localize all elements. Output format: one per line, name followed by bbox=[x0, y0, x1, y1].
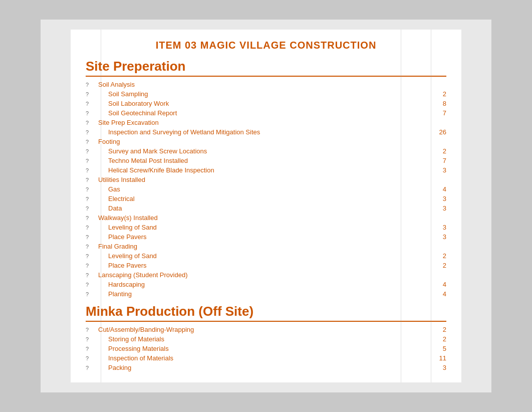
qmark: ? bbox=[86, 263, 98, 269]
qmark: ? bbox=[86, 291, 98, 297]
qmark: ? bbox=[86, 91, 98, 97]
inspection-materials-label: Inspection of Materials bbox=[98, 354, 426, 362]
utilities-row: ? Utilities Installed bbox=[86, 175, 446, 184]
qmark: ? bbox=[86, 148, 98, 154]
cut-assembly-value: 2 bbox=[426, 326, 446, 333]
qmark: ? bbox=[86, 129, 98, 135]
place-pavers-1-label: Place Pavers bbox=[98, 233, 426, 241]
lanscaping-label: Lanscaping (Student Provided) bbox=[98, 271, 426, 279]
processing-materials-label: Processing Materials bbox=[98, 345, 426, 352]
lanscaping-row: ? Lanscaping (Student Provided) bbox=[86, 270, 446, 280]
qmark: ? bbox=[86, 158, 98, 164]
qmark: ? bbox=[86, 327, 98, 333]
content-area: ITEM 03 MAGIC VILLAGE CONSTRUCTION Site … bbox=[71, 30, 461, 382]
final-grading-row: ? Final Grading bbox=[86, 242, 446, 251]
gas-row: ? Gas 4 bbox=[86, 184, 446, 194]
qmark: ? bbox=[86, 234, 98, 240]
data-value: 3 bbox=[426, 204, 446, 212]
section-minka-production: Minka Production (Off Site) ? Cut/Assemb… bbox=[86, 304, 446, 372]
planting-label: Planting bbox=[98, 290, 426, 298]
qmark: ? bbox=[86, 186, 98, 192]
packing-label: Packing bbox=[98, 364, 426, 371]
footing-row: ? Footing bbox=[86, 137, 446, 146]
qmark: ? bbox=[86, 82, 98, 88]
minka-production-header: Minka Production (Off Site) bbox=[86, 304, 446, 322]
inspection-materials-value: 11 bbox=[426, 354, 446, 362]
qmark: ? bbox=[86, 253, 98, 259]
storing-materials-row: ? Storing of Materials 2 bbox=[86, 334, 446, 344]
leveling-sand-1-label: Leveling of Sand bbox=[98, 224, 426, 231]
hardscaping-value: 4 bbox=[426, 281, 446, 288]
inspection-materials-row: ? Inspection of Materials 11 bbox=[86, 353, 446, 363]
processing-materials-row: ? Processing Materials 5 bbox=[86, 344, 446, 353]
planting-row: ? Planting 4 bbox=[86, 289, 446, 299]
hardscaping-row: ? Hardscaping 4 bbox=[86, 280, 446, 289]
soil-lab-row: ? Soil Laboratory Work 8 bbox=[86, 99, 446, 108]
techno-metal-value: 7 bbox=[426, 157, 446, 164]
data-row: ? Data 3 bbox=[86, 203, 446, 213]
soil-sampling-value: 2 bbox=[426, 90, 446, 98]
electrical-row: ? Electrical 3 bbox=[86, 194, 446, 203]
qmark: ? bbox=[86, 196, 98, 202]
place-pavers-2-label: Place Pavers bbox=[98, 262, 426, 269]
soil-lab-label: Soil Laboratory Work bbox=[98, 100, 426, 107]
footing-label: Footing bbox=[98, 138, 426, 145]
soil-analysis-row: ? Soil Analysis bbox=[86, 80, 446, 89]
survey-mark-row: ? Survey and Mark Screw Locations 2 bbox=[86, 146, 446, 156]
qmark: ? bbox=[86, 336, 98, 342]
helical-screw-row: ? Helical Screw/Knife Blade Inspection 3 bbox=[86, 165, 446, 175]
qmark: ? bbox=[86, 346, 98, 352]
leveling-sand-1-row: ? Leveling of Sand 3 bbox=[86, 223, 446, 232]
qmark: ? bbox=[86, 244, 98, 250]
qmark: ? bbox=[86, 120, 98, 126]
walkways-row: ? Walkway(s) Installed bbox=[86, 213, 446, 223]
packing-row: ? Packing 3 bbox=[86, 363, 446, 372]
leveling-sand-2-label: Leveling of Sand bbox=[98, 252, 426, 260]
qmark: ? bbox=[86, 205, 98, 212]
packing-value: 3 bbox=[426, 364, 446, 371]
walkways-label: Walkway(s) Installed bbox=[98, 214, 426, 222]
planting-value: 4 bbox=[426, 290, 446, 298]
qmark: ? bbox=[86, 282, 98, 288]
soil-geo-label: Soil Geotechinal Report bbox=[98, 109, 426, 117]
qmark: ? bbox=[86, 139, 98, 145]
helical-screw-value: 3 bbox=[426, 166, 446, 174]
electrical-label: Electrical bbox=[98, 195, 426, 202]
leveling-sand-2-value: 2 bbox=[426, 252, 446, 260]
section-site-prep: Site Preperation ? Soil Analysis ? Soil … bbox=[86, 59, 446, 299]
site-prep-exc-row: ? Site Prep Excavation bbox=[86, 118, 446, 127]
storing-materials-label: Storing of Materials bbox=[98, 335, 426, 343]
inspection-survey-row: ? Inspection and Surveying of Wetland Mi… bbox=[86, 127, 446, 137]
hardscaping-label: Hardscaping bbox=[98, 281, 426, 288]
electrical-value: 3 bbox=[426, 195, 446, 202]
techno-metal-label: Techno Metal Post Installed bbox=[98, 157, 426, 164]
qmark: ? bbox=[86, 167, 98, 173]
survey-mark-label: Survey and Mark Screw Locations bbox=[98, 147, 426, 155]
helical-screw-label: Helical Screw/Knife Blade Inspection bbox=[98, 166, 426, 174]
qmark: ? bbox=[86, 355, 98, 361]
qmark: ? bbox=[86, 101, 98, 107]
place-pavers-2-row: ? Place Pavers 2 bbox=[86, 261, 446, 270]
final-grading-label: Final Grading bbox=[98, 243, 426, 250]
gas-value: 4 bbox=[426, 185, 446, 193]
cut-assembly-label: Cut/Assembly/Banding-Wrapping bbox=[98, 326, 426, 333]
project-title: ITEM 03 MAGIC VILLAGE CONSTRUCTION bbox=[86, 40, 446, 51]
techno-metal-row: ? Techno Metal Post Installed 7 bbox=[86, 156, 446, 165]
soil-lab-value: 8 bbox=[426, 100, 446, 107]
qmark: ? bbox=[86, 225, 98, 231]
site-prep-header: Site Preperation bbox=[86, 59, 446, 77]
soil-sampling-label: Soil Sampling bbox=[98, 90, 426, 98]
data-label: Data bbox=[98, 204, 426, 212]
processing-materials-value: 5 bbox=[426, 345, 446, 352]
inspection-survey-value: 26 bbox=[426, 128, 446, 136]
site-prep-exc-label: Site Prep Excavation bbox=[98, 119, 426, 126]
utilities-label: Utilities Installed bbox=[98, 176, 426, 183]
storing-materials-value: 2 bbox=[426, 335, 446, 343]
leveling-sand-2-row: ? Leveling of Sand 2 bbox=[86, 251, 446, 261]
leveling-sand-1-value: 3 bbox=[426, 224, 446, 231]
qmark: ? bbox=[86, 272, 98, 278]
soil-geo-row: ? Soil Geotechinal Report 7 bbox=[86, 108, 446, 118]
qmark: ? bbox=[86, 215, 98, 221]
soil-analysis-label: Soil Analysis bbox=[98, 81, 426, 88]
qmark: ? bbox=[86, 110, 98, 116]
